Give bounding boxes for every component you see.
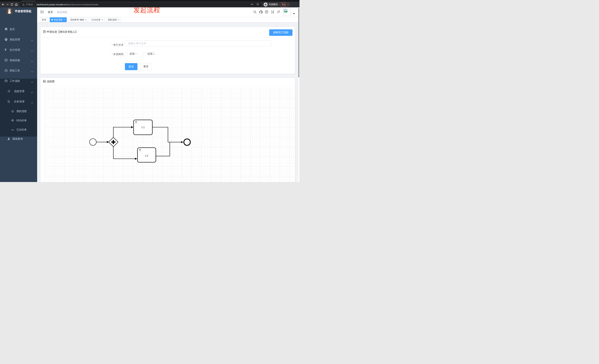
sidebar-item-label: 工作流程 xyxy=(10,76,20,86)
incognito-icon xyxy=(264,3,268,7)
incognito-label: 无痕模式 xyxy=(269,3,278,6)
reset-button[interactable]: 重置 xyxy=(141,63,151,70)
chevron-down-icon xyxy=(31,49,33,51)
sidebar-item-label: 支付管理 xyxy=(10,45,20,55)
flow-task2-end xyxy=(156,142,170,156)
sidebar-item-label: 研发工具 xyxy=(10,65,20,76)
avatar[interactable] xyxy=(283,8,291,16)
chevron-up-icon xyxy=(31,80,33,82)
chevron-down-icon xyxy=(31,39,33,40)
sidebar-item-workflow[interactable]: 工作流程 xyxy=(0,76,37,86)
face-icon xyxy=(11,110,14,113)
home-icon[interactable] xyxy=(14,2,18,7)
end-event[interactable] xyxy=(184,139,190,145)
sidebar-item-process-mgmt[interactable]: 流程管理 xyxy=(0,86,37,96)
choose-other-process-button[interactable]: 选择其它流程 xyxy=(269,29,292,36)
tag-create-process[interactable]: 发起流程 × xyxy=(50,17,67,22)
bpmn-diagram[interactable]: 1.1 1.2 xyxy=(44,88,294,182)
browser-menu-icon[interactable] xyxy=(288,3,289,6)
card-title-text: 申请信息【测试多审批人】 xyxy=(47,30,78,34)
eye-icon xyxy=(11,119,14,122)
user-task-1-2[interactable]: 1.2 xyxy=(137,148,156,162)
sidebar-item-devtools[interactable]: 研发工具 xyxy=(0,65,37,76)
single-line-input-wrap xyxy=(125,40,271,47)
tag-label: 流程表单-编辑 xyxy=(70,18,84,21)
task-label: 1.2 xyxy=(145,154,148,157)
sidebar-logo[interactable]: 芋道管理系统 xyxy=(0,7,37,18)
apply-info-card: 申请信息【测试多审批人】 选择其它流程 *单行文本 *多选框组 选项一 选项二 … xyxy=(40,27,295,74)
sidebar-collapse-icon[interactable] xyxy=(40,10,44,14)
tag-done-tasks[interactable]: 已办任务 × xyxy=(90,17,105,22)
tag-my-process[interactable]: 我的流程 × xyxy=(106,17,121,22)
card-header: 流程图 xyxy=(40,78,295,85)
submit-button[interactable]: 提交 xyxy=(125,63,137,70)
scrollbar-thumb[interactable] xyxy=(298,8,299,77)
sidebar-item-task-mgmt[interactable]: 任务管理 xyxy=(0,96,37,107)
forward-icon[interactable] xyxy=(5,2,10,7)
help-icon[interactable] xyxy=(265,10,268,14)
task-label: 1.1 xyxy=(141,126,145,129)
sidebar-item-home[interactable]: 首页 xyxy=(0,24,37,34)
github-icon[interactable] xyxy=(259,10,262,14)
avatar-caret-icon[interactable] xyxy=(293,13,295,16)
start-event[interactable] xyxy=(90,139,97,145)
sidebar-item-payment[interactable]: ¥ 支付管理 xyxy=(0,45,37,55)
search-icon[interactable] xyxy=(253,10,257,14)
sidebar-item-my-process[interactable]: 我的流程 xyxy=(0,106,37,116)
page-scrollbar[interactable] xyxy=(298,7,300,182)
url-host: dashboard.yudao.iocoder.cn xyxy=(36,3,67,6)
checkbox-option-1[interactable] xyxy=(125,52,128,55)
sidebar-item-label: 系统管理 xyxy=(10,34,20,45)
key-icon[interactable] xyxy=(251,3,254,6)
tag-label: 已办任务 xyxy=(92,18,100,21)
breadcrumb-home[interactable]: 首页 xyxy=(48,7,53,17)
user-task-1-1[interactable]: 1.1 xyxy=(133,120,152,135)
checkbox-label[interactable]: 选项一 xyxy=(129,52,137,56)
user-icon xyxy=(7,137,10,140)
sidebar-item-label: 已办任务 xyxy=(17,124,27,135)
close-icon[interactable]: × xyxy=(64,19,65,21)
sidebar-item-system[interactable]: 系统管理 xyxy=(0,34,37,45)
sidebar-item-label: 基础设施 xyxy=(10,55,20,65)
app-title: 芋道管理系统 xyxy=(15,10,31,13)
checkbox-group: 选项一 选项二 xyxy=(125,52,155,56)
bookmark-star-icon[interactable] xyxy=(256,3,259,6)
browser-tab[interactable] xyxy=(21,0,36,2)
field-label-checkbox-group: *多选框组 xyxy=(103,52,123,56)
tag-label: 首页 xyxy=(42,18,46,21)
parallel-gateway[interactable] xyxy=(109,137,118,147)
flow-gateway-task2 xyxy=(114,147,135,159)
sidebar-item-done-tasks[interactable]: 已办任务 xyxy=(0,124,37,135)
flow-icon xyxy=(7,100,10,103)
security-label[interactable]: 不安全 xyxy=(26,3,33,6)
tag-form-edit[interactable]: 流程表单-编辑 × xyxy=(68,17,88,22)
list-icon xyxy=(7,90,10,93)
back-icon[interactable] xyxy=(1,2,5,7)
checkbox-option-2[interactable] xyxy=(143,52,146,55)
card-header: 申请信息【测试多审批人】 选择其它流程 xyxy=(40,27,295,37)
toolbox-icon xyxy=(5,69,8,72)
sidebar-item-infra[interactable]: 基础设施 xyxy=(0,55,37,65)
close-icon[interactable]: × xyxy=(85,19,87,21)
card-title-text: 流程图 xyxy=(47,80,54,83)
update-button[interactable]: 更新 xyxy=(280,2,288,7)
sidebar-item-label: 请假查询 xyxy=(12,134,23,144)
breadcrumb-current: 发起流程 xyxy=(57,7,67,17)
app-header: 首页 / 发起流程 TT xyxy=(37,7,300,17)
chevron-down-icon xyxy=(31,91,33,92)
font-size-icon[interactable]: TT xyxy=(277,10,282,14)
dashboard-icon xyxy=(5,28,8,31)
close-icon[interactable]: × xyxy=(118,19,119,21)
checkbox-label[interactable]: 选项二 xyxy=(147,52,155,56)
browser-tabstrip xyxy=(0,0,300,2)
single-line-input[interactable] xyxy=(128,42,268,45)
close-icon[interactable]: × xyxy=(102,19,103,21)
required-mark: * xyxy=(112,53,113,56)
sidebar-item-label: 我的流程 xyxy=(17,106,27,116)
sidebar-item-leave-query[interactable]: 请假查询 xyxy=(0,134,37,144)
fullscreen-icon[interactable] xyxy=(271,10,274,14)
tag-home[interactable]: 首页 xyxy=(40,17,48,22)
tags-view: 首页 发起流程 × 流程表单-编辑 × 已办任务 × 我的流程 × xyxy=(37,17,300,23)
reload-icon[interactable] xyxy=(10,2,14,7)
sidebar-item-todo-tasks[interactable]: 待办任务 xyxy=(0,115,37,126)
